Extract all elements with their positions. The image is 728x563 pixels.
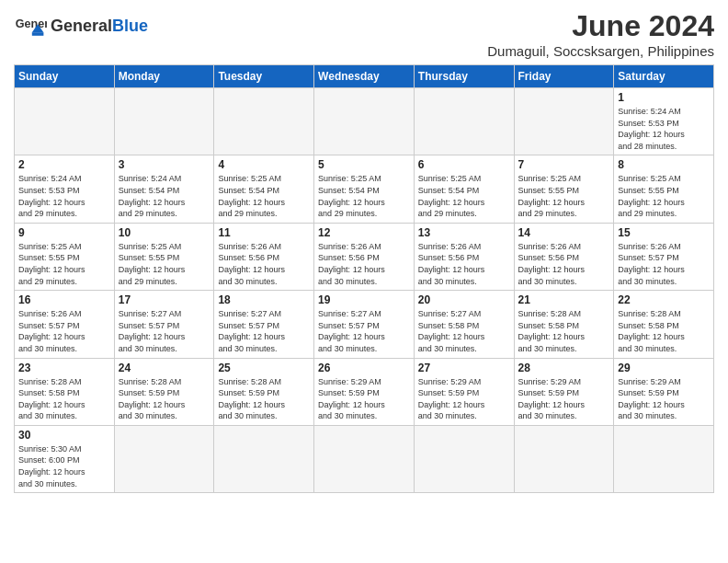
day-number: 21 [518,293,610,306]
day-number: 14 [518,226,610,239]
calendar-cell: 21Sunrise: 5:28 AM Sunset: 5:58 PM Dayli… [514,291,614,358]
logo-icon: General [14,9,47,42]
calendar-cell: 2Sunrise: 5:24 AM Sunset: 5:53 PM Daylig… [15,155,115,223]
day-info: Sunrise: 5:30 AM Sunset: 6:00 PM Dayligh… [18,443,110,489]
calendar-cell [514,425,614,492]
weekday-header-tuesday: Tuesday [214,65,314,88]
calendar-cell: 20Sunrise: 5:27 AM Sunset: 5:58 PM Dayli… [414,291,514,358]
day-info: Sunrise: 5:25 AM Sunset: 5:55 PM Dayligh… [618,173,710,219]
day-number: 29 [618,362,710,374]
day-number: 6 [418,158,510,171]
calendar-cell: 8Sunrise: 5:25 AM Sunset: 5:55 PM Daylig… [614,155,714,223]
day-number: 19 [318,293,410,306]
calendar-week-6: 30Sunrise: 5:30 AM Sunset: 6:00 PM Dayli… [15,425,714,492]
calendar-cell: 12Sunrise: 5:26 AM Sunset: 5:56 PM Dayli… [314,223,415,290]
logo-text: GeneralBlue [51,17,148,34]
day-info: Sunrise: 5:28 AM Sunset: 5:58 PM Dayligh… [518,308,610,354]
weekday-header-thursday: Thursday [414,65,514,88]
day-info: Sunrise: 5:27 AM Sunset: 5:57 PM Dayligh… [119,308,210,354]
day-info: Sunrise: 5:25 AM Sunset: 5:55 PM Dayligh… [119,241,210,287]
day-number: 30 [18,429,110,442]
day-info: Sunrise: 5:24 AM Sunset: 5:53 PM Dayligh… [18,173,110,219]
calendar-week-4: 16Sunrise: 5:26 AM Sunset: 5:57 PM Dayli… [15,291,714,358]
calendar-cell [314,425,415,492]
day-info: Sunrise: 5:26 AM Sunset: 5:56 PM Dayligh… [218,241,310,287]
weekday-header-saturday: Saturday [614,65,714,88]
day-number: 25 [218,362,310,374]
calendar-cell: 23Sunrise: 5:28 AM Sunset: 5:58 PM Dayli… [15,358,115,425]
calendar-cell: 6Sunrise: 5:25 AM Sunset: 5:54 PM Daylig… [414,155,514,223]
calendar-cell: 4Sunrise: 5:25 AM Sunset: 5:54 PM Daylig… [214,155,314,223]
day-number: 23 [18,362,110,374]
day-info: Sunrise: 5:24 AM Sunset: 5:53 PM Dayligh… [618,106,710,152]
day-number: 1 [618,91,710,104]
day-number: 17 [119,293,210,306]
day-number: 18 [218,293,310,306]
calendar-cell: 15Sunrise: 5:26 AM Sunset: 5:57 PM Dayli… [614,223,714,290]
day-number: 22 [618,293,710,306]
day-number: 2 [18,158,110,171]
calendar-cell: 19Sunrise: 5:27 AM Sunset: 5:57 PM Dayli… [314,291,415,358]
calendar-cell [614,425,714,492]
day-number: 26 [318,362,410,374]
day-info: Sunrise: 5:27 AM Sunset: 5:57 PM Dayligh… [218,308,310,354]
day-info: Sunrise: 5:26 AM Sunset: 5:57 PM Dayligh… [618,241,710,287]
calendar-cell: 28Sunrise: 5:29 AM Sunset: 5:59 PM Dayli… [514,358,614,425]
month-title: June 2024 [487,9,714,43]
calendar-cell: 27Sunrise: 5:29 AM Sunset: 5:59 PM Dayli… [414,358,514,425]
weekday-header-wednesday: Wednesday [314,65,415,88]
day-info: Sunrise: 5:26 AM Sunset: 5:56 PM Dayligh… [418,241,510,287]
calendar-cell [214,88,314,155]
day-number: 5 [318,158,410,171]
calendar-cell: 10Sunrise: 5:25 AM Sunset: 5:55 PM Dayli… [114,223,214,290]
day-info: Sunrise: 5:28 AM Sunset: 5:58 PM Dayligh… [18,376,110,422]
day-info: Sunrise: 5:29 AM Sunset: 5:59 PM Dayligh… [618,376,710,422]
day-info: Sunrise: 5:28 AM Sunset: 5:58 PM Dayligh… [618,308,710,354]
day-number: 13 [418,226,510,239]
calendar-cell: 7Sunrise: 5:25 AM Sunset: 5:55 PM Daylig… [514,155,614,223]
day-info: Sunrise: 5:25 AM Sunset: 5:55 PM Dayligh… [18,241,110,287]
calendar-cell [414,425,514,492]
calendar-cell: 18Sunrise: 5:27 AM Sunset: 5:57 PM Dayli… [214,291,314,358]
calendar-cell: 29Sunrise: 5:29 AM Sunset: 5:59 PM Dayli… [614,358,714,425]
day-info: Sunrise: 5:25 AM Sunset: 5:54 PM Dayligh… [218,173,310,219]
day-number: 4 [218,158,310,171]
title-block: June 2024 Dumaguil, Soccsksargen, Philip… [487,9,714,59]
logo: General GeneralBlue [14,9,148,42]
calendar-cell: 3Sunrise: 5:24 AM Sunset: 5:54 PM Daylig… [114,155,214,223]
calendar-cell: 9Sunrise: 5:25 AM Sunset: 5:55 PM Daylig… [15,223,115,290]
calendar-week-2: 2Sunrise: 5:24 AM Sunset: 5:53 PM Daylig… [15,155,714,223]
calendar-cell [114,425,214,492]
day-number: 28 [518,362,610,374]
calendar-cell [314,88,415,155]
calendar-cell: 26Sunrise: 5:29 AM Sunset: 5:59 PM Dayli… [314,358,415,425]
day-info: Sunrise: 5:29 AM Sunset: 5:59 PM Dayligh… [518,376,610,422]
calendar-cell: 25Sunrise: 5:28 AM Sunset: 5:59 PM Dayli… [214,358,314,425]
calendar-cell [114,88,214,155]
weekday-header-row: SundayMondayTuesdayWednesdayThursdayFrid… [15,65,714,88]
day-number: 11 [218,226,310,239]
day-number: 12 [318,226,410,239]
day-info: Sunrise: 5:27 AM Sunset: 5:58 PM Dayligh… [418,308,510,354]
day-number: 27 [418,362,510,374]
weekday-header-monday: Monday [114,65,214,88]
day-info: Sunrise: 5:25 AM Sunset: 5:55 PM Dayligh… [518,173,610,219]
calendar-cell: 16Sunrise: 5:26 AM Sunset: 5:57 PM Dayli… [15,291,115,358]
calendar-cell: 13Sunrise: 5:26 AM Sunset: 5:56 PM Dayli… [414,223,514,290]
calendar-week-5: 23Sunrise: 5:28 AM Sunset: 5:58 PM Dayli… [15,358,714,425]
calendar-table: SundayMondayTuesdayWednesdayThursdayFrid… [14,64,714,493]
svg-rect-2 [32,32,44,36]
calendar-week-1: 1Sunrise: 5:24 AM Sunset: 5:53 PM Daylig… [15,88,714,155]
day-number: 9 [18,226,110,239]
calendar-cell: 24Sunrise: 5:28 AM Sunset: 5:59 PM Dayli… [114,358,214,425]
day-info: Sunrise: 5:28 AM Sunset: 5:59 PM Dayligh… [218,376,310,422]
calendar-cell: 17Sunrise: 5:27 AM Sunset: 5:57 PM Dayli… [114,291,214,358]
location-subtitle: Dumaguil, Soccsksargen, Philippines [487,43,714,59]
day-info: Sunrise: 5:25 AM Sunset: 5:54 PM Dayligh… [318,173,410,219]
calendar-cell [15,88,115,155]
day-number: 8 [618,158,710,171]
page-header: General GeneralBlue June 2024 Dumaguil, … [14,9,714,59]
day-number: 7 [518,158,610,171]
calendar-cell: 5Sunrise: 5:25 AM Sunset: 5:54 PM Daylig… [314,155,415,223]
day-info: Sunrise: 5:26 AM Sunset: 5:56 PM Dayligh… [318,241,410,287]
